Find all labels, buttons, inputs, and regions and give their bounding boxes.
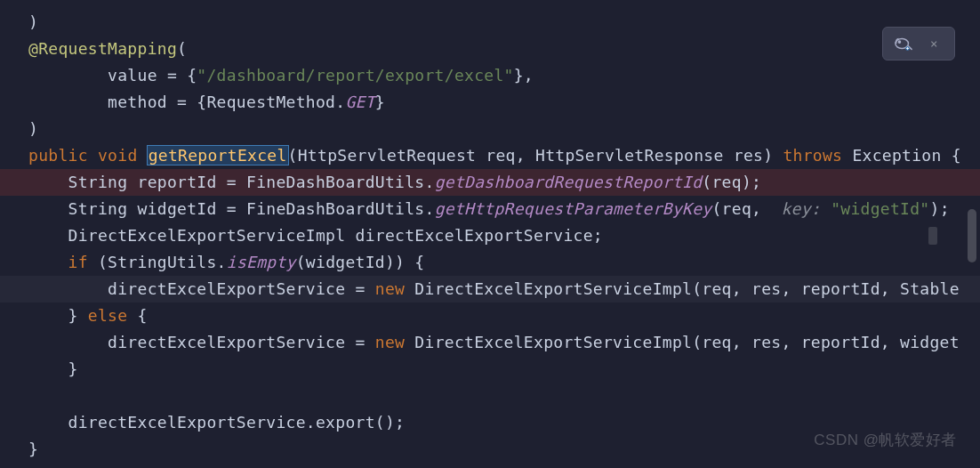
watermark: CSDN @帆软爱好者 [814, 427, 957, 454]
close-icon[interactable]: × [925, 27, 944, 61]
code-editor[interactable]: ) @RequestMapping( value = {"/dashboard/… [0, 0, 980, 468]
scrollbar-thumb[interactable] [968, 209, 976, 262]
code-line: method = {RequestMethod.GET} [0, 89, 980, 116]
code-line: value = {"/dashboard/report/export/excel… [0, 62, 980, 89]
code-line: public void getReportExcel(HttpServletRe… [0, 142, 980, 169]
scroll-marker [928, 227, 937, 245]
svg-point-1 [899, 41, 901, 43]
code-line: DirectExcelExportServiceImpl directExcel… [0, 222, 980, 249]
selected-symbol: getReportExcel [147, 145, 289, 165]
code-line: String reportId = FineDashBoardUtils.get… [0, 169, 980, 196]
inspect-icon[interactable] [894, 35, 913, 52]
code-line: } else { [0, 303, 980, 329]
code-line: directExcelExportService = new DirectExc… [0, 329, 980, 356]
code-line: @RequestMapping( [0, 36, 980, 62]
floating-toolbar: × [882, 27, 955, 61]
code-line: directExcelExportService = new DirectExc… [0, 276, 980, 303]
code-line: ) [0, 9, 980, 36]
code-line: } [0, 356, 980, 383]
code-line: String widgetId = FineDashBoardUtils.get… [0, 196, 980, 222]
code-line: if (StringUtils.isEmpty(widgetId)) { [0, 249, 980, 276]
code-line: ) [0, 116, 980, 142]
code-line [0, 383, 980, 409]
